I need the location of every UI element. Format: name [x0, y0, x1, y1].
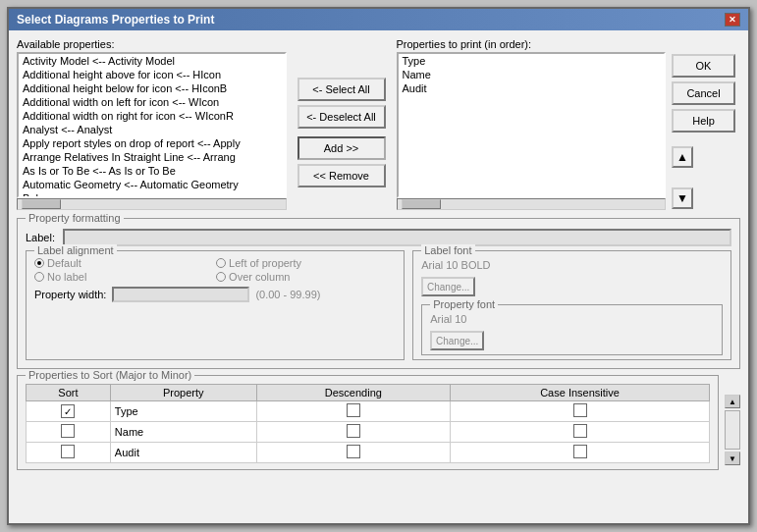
action-buttons: OK Cancel Help ▲ ▼ [672, 38, 740, 210]
table-row: Name [27, 422, 710, 443]
property-font-change-button[interactable]: Change... [430, 331, 484, 350]
list-item[interactable]: Apply report styles on drop of report <-… [19, 136, 285, 150]
ok-button[interactable]: OK [672, 54, 735, 78]
sort-check-audit[interactable] [61, 445, 75, 458]
move-up-button[interactable]: ▲ [672, 146, 693, 168]
sort-checkbox-name[interactable] [27, 422, 111, 443]
list-item[interactable]: Additional width on right for icon <-- W… [19, 109, 285, 123]
sort-checkbox-audit[interactable] [27, 443, 111, 463]
add-button[interactable]: Add >> [297, 136, 386, 160]
radio-default-circle [34, 258, 44, 268]
sort-bottom-row: Properties to Sort (Major to Minor) Sort… [17, 375, 740, 470]
title-bar: Select Diagrams Properties to Print ✕ [9, 9, 748, 30]
case-check-type[interactable] [573, 403, 587, 417]
remove-button[interactable]: << Remove [297, 164, 386, 187]
properties-listbox[interactable]: Type Name Audit [397, 52, 667, 198]
sort-scroll-down[interactable]: ▼ [725, 452, 740, 465]
sort-col-case: Case Insensitive [451, 385, 710, 401]
select-all-button[interactable]: <- Select All [297, 78, 386, 101]
radio-over-circle [216, 272, 226, 282]
label-alignment-label: Label alignment [34, 244, 117, 256]
dialog: Select Diagrams Properties to Print ✕ Av… [7, 7, 750, 525]
label-field-label: Label: [26, 232, 55, 243]
sort-check-type[interactable] [61, 404, 75, 418]
sort-property-type: Type [110, 401, 256, 422]
sort-section: Properties to Sort (Major to Minor) Sort… [17, 375, 719, 470]
sort-case-audit[interactable] [451, 443, 710, 463]
desc-check-audit[interactable] [347, 445, 360, 458]
sort-col-descending: Descending [256, 385, 450, 401]
desc-check-type[interactable] [347, 403, 360, 417]
label-font-value: Arial 10 BOLD [421, 259, 723, 271]
radio-nolabel-circle [34, 272, 44, 282]
list-item[interactable]: Name [399, 68, 665, 81]
list-item[interactable]: Arrange Relatives In Straight Line <-- A… [19, 150, 285, 164]
radio-default[interactable]: Default [34, 257, 214, 269]
sort-desc-type[interactable] [256, 401, 450, 422]
list-item[interactable]: Analyst <-- Analyst [19, 123, 285, 136]
available-panel: Available properties: Activity Model <--… [17, 38, 287, 210]
title-bar-buttons: ✕ [725, 13, 740, 27]
available-list: Activity Model <-- Activity Model Additi… [19, 54, 285, 198]
sort-section-label: Properties to Sort (Major to Minor) [26, 369, 194, 381]
label-alignment-options: Default Left of property No label O [34, 257, 396, 283]
label-font-change-button[interactable]: Change... [421, 277, 475, 296]
list-item[interactable]: Additional height above for icon <-- HIc… [19, 68, 285, 81]
list-item[interactable]: Type [399, 54, 665, 68]
list-item[interactable]: Audit [399, 81, 665, 95]
available-hscrollbar[interactable] [17, 198, 287, 210]
sort-check-name[interactable] [61, 424, 75, 438]
sort-table: Sort Property Descending Case Insensitiv… [26, 384, 710, 463]
sort-desc-name[interactable] [256, 422, 450, 443]
radio-no-label[interactable]: No label [34, 271, 214, 283]
middle-buttons-panel: <- Select All <- Deselect All Add >> << … [293, 38, 391, 210]
sort-desc-audit[interactable] [256, 443, 450, 463]
property-width-label: Property width: [34, 289, 106, 300]
radio-left-of-property[interactable]: Left of property [216, 257, 396, 269]
label-font-label: Label font [421, 244, 474, 256]
available-listbox[interactable]: Activity Model <-- Activity Model Additi… [17, 52, 287, 198]
label-row: Label: [26, 229, 731, 246]
radio-default-label: Default [47, 257, 81, 269]
sort-checkbox-type[interactable] [27, 401, 111, 422]
property-font-value: Arial 10 [430, 313, 714, 325]
label-input[interactable] [63, 229, 731, 246]
dialog-title: Select Diagrams Properties to Print [17, 13, 214, 27]
property-width-row: Property width: (0.00 - 99.99) [34, 287, 396, 302]
table-row: Type [27, 401, 710, 422]
list-item[interactable]: As Is or To Be <-- As Is or To Be [19, 164, 285, 178]
property-width-range: (0.00 - 99.99) [255, 289, 320, 300]
desc-check-name[interactable] [347, 424, 360, 438]
sort-case-type[interactable] [451, 401, 710, 422]
property-width-input[interactable] [112, 287, 249, 302]
available-label: Available properties: [17, 38, 287, 50]
radio-left-label: Left of property [229, 257, 301, 269]
property-font-label: Property font [430, 298, 498, 310]
table-row: Audit [27, 443, 710, 463]
sort-scroll-up[interactable]: ▲ [725, 395, 740, 408]
list-item[interactable]: Additional height below for icon <-- HIc… [19, 81, 285, 95]
radio-over-column[interactable]: Over column [216, 271, 396, 283]
close-button[interactable]: ✕ [725, 13, 740, 27]
property-formatting-section: Property formatting Label: Label alignme… [17, 218, 740, 369]
sort-property-audit: Audit [110, 443, 256, 463]
cancel-button[interactable]: Cancel [672, 81, 735, 105]
deselect-all-button[interactable]: <- Deselect All [297, 105, 386, 129]
sort-property-name: Name [110, 422, 256, 443]
list-item[interactable]: Balance [19, 191, 285, 198]
sort-col-sort: Sort [27, 385, 111, 401]
property-formatting-label: Property formatting [26, 212, 124, 224]
help-button[interactable]: Help [672, 109, 735, 133]
move-down-button[interactable]: ▼ [672, 187, 693, 209]
top-section: Available properties: Activity Model <--… [17, 38, 740, 210]
properties-list: Type Name Audit [399, 54, 665, 95]
list-item[interactable]: Automatic Geometry <-- Automatic Geometr… [19, 178, 285, 191]
list-item[interactable]: Activity Model <-- Activity Model [19, 54, 285, 68]
case-check-audit[interactable] [573, 445, 587, 458]
list-item[interactable]: Additional width on left for icon <-- WI… [19, 95, 285, 109]
properties-hscrollbar[interactable] [397, 198, 667, 210]
case-check-name[interactable] [573, 424, 587, 438]
radio-nolabel-label: No label [47, 271, 86, 283]
sort-case-name[interactable] [451, 422, 710, 443]
properties-panel: Properties to print (in order): Type Nam… [397, 38, 667, 210]
